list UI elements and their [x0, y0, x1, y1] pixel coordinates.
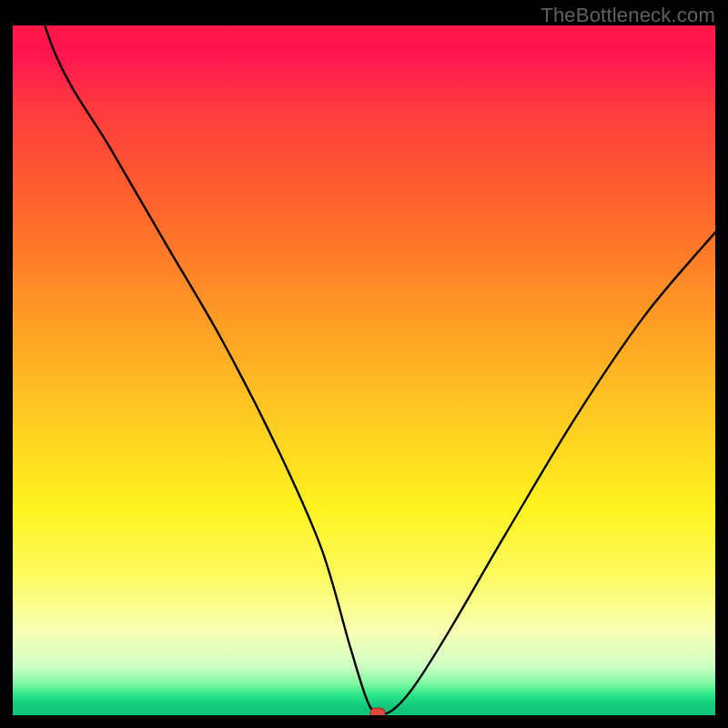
plot-area [13, 25, 715, 715]
watermark-text: TheBottleneck.com [541, 4, 715, 27]
bottleneck-curve [13, 25, 715, 715]
chart-frame: TheBottleneck.com [0, 0, 728, 728]
minimum-marker [370, 707, 386, 715]
